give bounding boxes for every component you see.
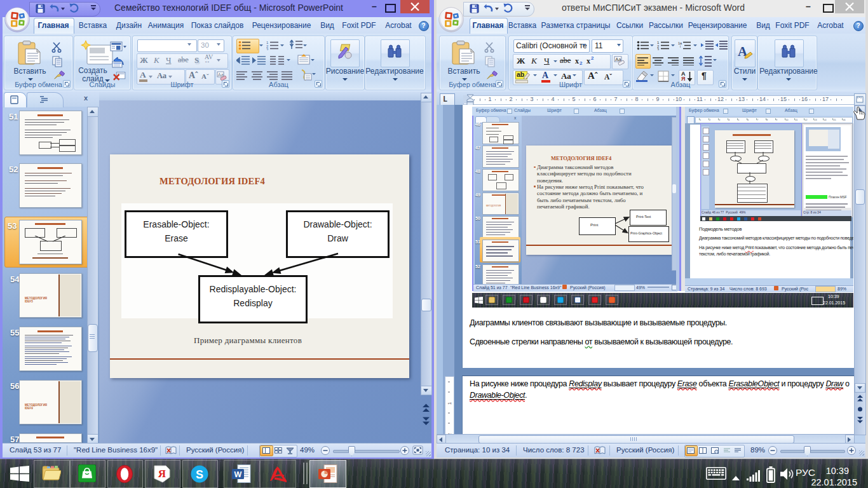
svg-text:3: 3 (657, 48, 660, 51)
svg-text:Aa: Aa (218, 72, 224, 77)
svg-text:i: i (680, 44, 681, 48)
svg-text:1: 1 (447, 402, 452, 405)
svg-text:S: S (196, 468, 203, 481)
svg-text:Я: Я (158, 468, 166, 480)
svg-text:W: W (234, 470, 242, 479)
svg-text:3: 3 (266, 48, 269, 51)
